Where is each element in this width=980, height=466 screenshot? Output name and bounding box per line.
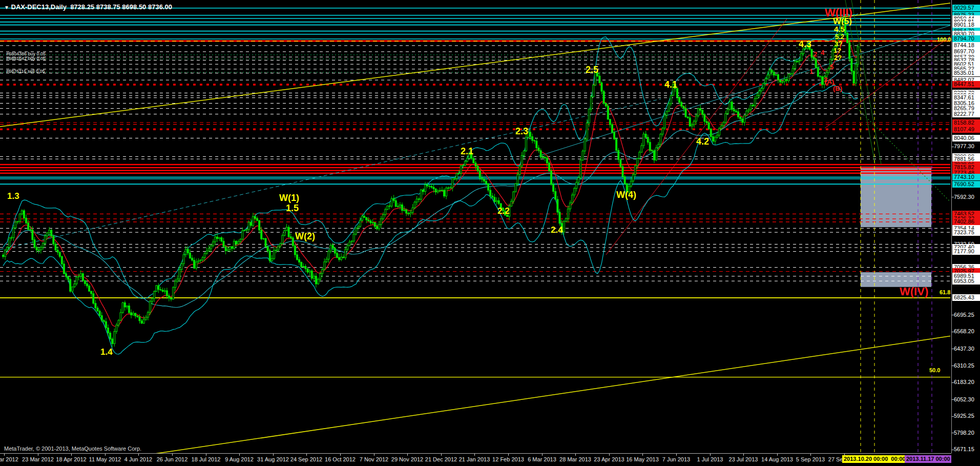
price-tag: 8794.70 — [952, 35, 980, 42]
ohlc-values: 8728.25 8738.75 8698.50 8736.00 — [70, 3, 172, 11]
date-label: 4 Jun 2012 — [124, 456, 152, 462]
date-tick — [172, 454, 173, 456]
price-tag: 7177.90 — [952, 248, 980, 255]
price-tag: 7690.52 — [952, 181, 980, 188]
price-tag: 8107.49 — [952, 126, 980, 133]
fib-level-label: 50.0 — [929, 367, 940, 373]
wave-label-52: 5.2 — [835, 33, 844, 40]
date-label: 6 Mar 2013 — [528, 456, 556, 462]
wave-label-15: 1.5 — [286, 204, 299, 213]
price-tag: 6437.30 — [952, 346, 980, 352]
date-tick — [474, 454, 475, 456]
date-tick — [542, 454, 543, 456]
symbol-period-label: DAX-DEC13,Daily — [11, 3, 67, 11]
time-axis[interactable]: 1 Mar 201223 Mar 201218 Apr 201211 May 2… — [0, 453, 980, 466]
price-tag: 6183.20 — [952, 379, 980, 386]
wave-label-1: 1? — [833, 47, 841, 54]
wave-label-5: 5 — [830, 64, 833, 70]
date-tick — [306, 454, 307, 456]
price-tag: 7977.30 — [952, 143, 980, 150]
price-tag: 5925.25 — [952, 413, 980, 419]
copyright-note: MetaTrader, © 2001-2013, MetaQuotes Soft… — [4, 445, 141, 452]
date-label: 24 Sep 2012 — [290, 456, 322, 462]
date-tick — [4, 454, 5, 456]
date-tick — [508, 454, 509, 456]
wave-label-wiv: W(IV) — [900, 286, 928, 297]
wave-label-w4: W(4) — [616, 190, 636, 199]
date-label: 21 Jan 2013 — [459, 456, 490, 462]
price-tag: 8040.06 — [952, 135, 980, 141]
vline-date-tag-yellow: 2013.10.20 00:00 00:00 — [842, 455, 907, 463]
wave-label-43: 4.3 — [799, 39, 811, 49]
date-tick — [642, 454, 643, 456]
price-tag: 5671.15 — [952, 446, 980, 453]
date-tick — [239, 454, 240, 456]
price-tag: 6310.25 — [952, 362, 980, 369]
wave-label-42: 4.2 — [696, 137, 709, 146]
date-label: 26 Jun 2012 — [157, 456, 188, 462]
price-tag: 6568.20 — [952, 328, 980, 335]
wave-label-2: 2? — [834, 54, 842, 61]
date-label: 16 Oct 2012 — [325, 456, 356, 462]
date-tick — [609, 454, 610, 456]
wave-label-45: 4.5 — [834, 25, 845, 33]
date-tick — [441, 454, 442, 456]
price-tag: 6052.30 — [952, 396, 980, 403]
date-label: 23 Mar 2012 — [22, 456, 54, 462]
date-label: 7 Jun 2013 — [662, 456, 690, 462]
chart-title: ▼ DAX-DEC13,Daily 8728.25 8738.75 8698.5… — [4, 3, 172, 11]
wave-label-14: 1.4 — [100, 348, 113, 356]
fib-level-label: 61.8 — [940, 289, 950, 295]
price-tag: 6825.43 — [952, 294, 980, 301]
date-tick — [340, 454, 341, 456]
price-tag: 7323.75 — [952, 229, 980, 236]
wave-label-w1: W(1) — [279, 193, 299, 202]
date-tick — [374, 454, 374, 456]
price-axis[interactable]: 9029.578975.238950.448923.818901.188854.… — [951, 0, 980, 453]
order-label: #6876116 sell 0.05 — [6, 69, 45, 74]
date-tick — [743, 454, 744, 456]
date-tick — [676, 454, 677, 456]
date-tick — [777, 454, 778, 456]
date-label: 7 Nov 2012 — [360, 456, 388, 462]
date-label: 16 May 2013 — [626, 456, 659, 462]
date-tick — [710, 454, 711, 456]
order-label: #6881642 buy 0.05 — [6, 56, 46, 61]
date-label: 11 May 2012 — [89, 456, 121, 462]
price-tag: 8535.01 — [952, 70, 980, 76]
date-label: 5 Sep 2013 — [796, 456, 825, 462]
price-tag: 7743.10 — [952, 174, 980, 180]
date-label: 31 Aug 2012 — [257, 456, 289, 462]
date-label: 1 Mar 2012 — [0, 456, 18, 462]
price-tag: 9029.57 — [952, 5, 980, 11]
projection-zone — [861, 167, 931, 227]
wave-label-13: 1.3 — [7, 192, 19, 200]
price-tag: 7402.86 — [952, 218, 980, 225]
date-label: 18 Apr 2012 — [56, 456, 86, 462]
date-tick — [575, 454, 576, 456]
date-tick — [273, 454, 274, 456]
wave-label-w2: W(2) — [295, 232, 315, 241]
price-tag: 6695.25 — [952, 312, 980, 318]
date-tick — [206, 454, 206, 456]
price-tag: 8222.77 — [952, 111, 980, 117]
date-label: 14 Aug 2013 — [761, 456, 793, 462]
date-tick — [138, 454, 139, 456]
date-tick — [38, 454, 38, 456]
date-label: 18 Jul 2012 — [192, 456, 221, 462]
price-tag: 5798.20 — [952, 430, 980, 436]
date-label: 9 Aug 2012 — [225, 456, 254, 462]
wave-label-1: 1 — [809, 68, 813, 75]
wave-label-24: 2.4 — [551, 226, 563, 234]
date-label: 29 Nov 2012 — [391, 456, 423, 462]
wave-label-b: (B) — [833, 85, 842, 92]
collapse-triangle-icon[interactable]: ▼ — [4, 5, 9, 10]
wave-label-21: 2.1 — [461, 147, 473, 156]
date-label: 21 Dec 2012 — [425, 456, 457, 462]
date-label: 23 Apr 2013 — [594, 456, 624, 462]
date-label: 28 Mar 2013 — [559, 456, 591, 462]
price-tag: 6953.05 — [952, 278, 980, 285]
mt4-chart-window: ▼ DAX-DEC13,Daily 8728.25 8738.75 8698.5… — [0, 0, 980, 466]
date-tick — [810, 454, 811, 456]
wave-label-4: 4 — [821, 49, 824, 56]
